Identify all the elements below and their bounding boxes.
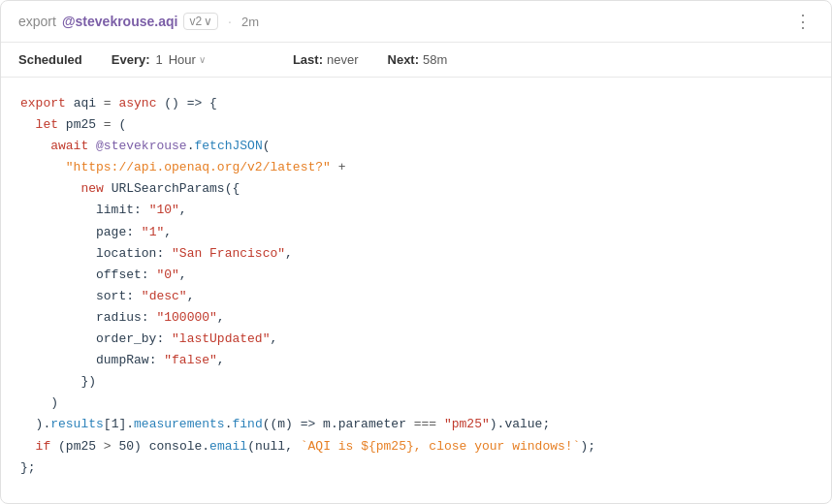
code-line-2: let pm25 = ( — [20, 114, 812, 136]
code-line-14: }) — [20, 371, 812, 393]
next-label: Next: — [388, 52, 420, 67]
scheduler-last: Last: never — [293, 52, 359, 67]
code-line-8: location: "San Francisco", — [20, 243, 812, 265]
header-menu-button[interactable]: ⋮ — [794, 11, 814, 32]
version-chevron-icon: ∨ — [204, 15, 212, 28]
header-username: @stevekrouse — [62, 14, 154, 29]
code-line-4: "https://api.openaq.org/v2/latest?" + — [20, 157, 812, 178]
code-line-1: export aqi = async () => { — [20, 93, 812, 114]
main-container: export @stevekrouse.aqi v2 ∨ · 2m ⋮ Sche… — [0, 0, 832, 504]
code-line-16: ).results[1].measurements.find((m) => m.… — [20, 414, 812, 435]
header-time-ago: 2m — [241, 15, 259, 29]
header-separator: · — [228, 14, 232, 29]
code-line-3: await @stevekrouse.fetchJSON( — [20, 136, 812, 157]
last-label: Last: — [293, 52, 323, 67]
code-line-9: offset: "0", — [20, 265, 812, 286]
every-unit-dropdown[interactable]: Hour ∨ — [169, 52, 206, 67]
code-line-15: ) — [20, 393, 812, 414]
code-line-6: limit: "10", — [20, 200, 812, 221]
code-line-11: radius: "100000", — [20, 307, 812, 329]
header-version-badge[interactable]: v2 ∨ — [183, 13, 218, 30]
every-unit-text: Hour — [169, 52, 196, 67]
every-chevron-icon: ∨ — [199, 54, 206, 65]
last-value: never — [327, 52, 359, 67]
every-number: 1 — [156, 52, 163, 67]
code-line-10: sort: "desc", — [20, 286, 812, 307]
scheduler-next: Next: 58m — [388, 52, 448, 67]
code-editor[interactable]: export aqi = async () => { let pm25 = ( … — [1, 78, 831, 494]
code-line-5: new URLSearchParams({ — [20, 178, 812, 200]
scheduler-bar: Scheduled Every: 1 Hour ∨ Last: never Ne… — [1, 43, 831, 78]
scheduled-label: Scheduled — [18, 52, 82, 67]
scheduler-every: Every: 1 Hour ∨ — [112, 52, 206, 67]
code-line-12: order_by: "lastUpdated", — [20, 329, 812, 350]
header-ext: .aqi — [154, 14, 177, 29]
version-text: v2 — [189, 15, 202, 28]
code-line-17: if (pm25 > 50) console.email(null, `AQI … — [20, 436, 812, 457]
header-script-name: @stevekrouse.aqi — [62, 14, 178, 29]
header-export-text: export — [18, 14, 56, 29]
header: export @stevekrouse.aqi v2 ∨ · 2m ⋮ — [1, 1, 831, 43]
next-value: 58m — [423, 52, 447, 67]
every-label: Every: — [112, 52, 150, 67]
code-line-13: dumpRaw: "false", — [20, 350, 812, 371]
code-line-7: page: "1", — [20, 222, 812, 243]
header-left: export @stevekrouse.aqi v2 ∨ · 2m — [18, 13, 259, 30]
code-line-18: }; — [20, 457, 812, 479]
